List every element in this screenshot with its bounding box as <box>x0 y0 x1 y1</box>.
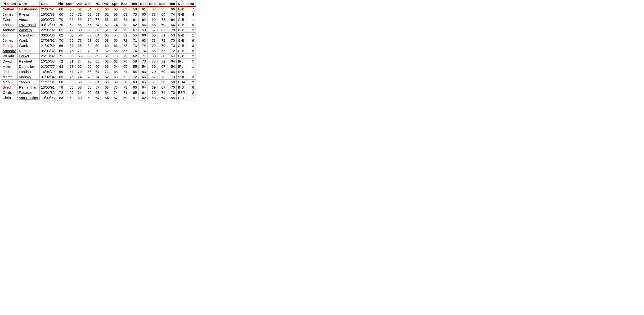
cell-prenom: Nathan <box>1 6 18 12</box>
cell-des: 61 <box>129 17 138 22</box>
cell-date: 22/01/92 <box>39 28 56 33</box>
cell-spr: 56 <box>110 48 119 54</box>
cell-pla: 59 <box>56 69 65 74</box>
col-val: Val <box>75 1 83 7</box>
cell-end: 66 <box>148 64 157 69</box>
cell-bar: 66 <box>138 74 148 80</box>
table-row: AntonhyRoberts05/03/87697571707062565774… <box>1 48 196 54</box>
cell-end: 63 <box>148 33 157 38</box>
cell-clm: 60 <box>83 54 93 59</box>
cell-acc: 65 <box>119 64 129 69</box>
cell-res: 74 <box>157 90 167 95</box>
cell-rec: 64 <box>167 54 177 59</box>
cell-date: 21/07/94 <box>39 6 56 12</box>
cell-acc: 73 <box>119 85 129 90</box>
cell-prenom: William <box>1 54 18 59</box>
cell-prl: 64 <box>93 95 101 100</box>
cell-bar: 74 <box>138 43 148 48</box>
table-row: JoelLandau16/04/795967706564716871545370… <box>1 69 196 74</box>
cell-pot: 7 <box>187 6 196 12</box>
cell-nom: Ramanthan <box>17 85 39 90</box>
cell-nat: G-B <box>176 6 187 12</box>
table-row: TylerVince09/09/767056597277536571616269… <box>1 17 196 22</box>
cell-nom: Donnolley <box>17 64 39 69</box>
cell-prl: 57 <box>93 85 101 90</box>
table-body: NathanEastbourne21/07/946863626460666869… <box>1 6 196 100</box>
col-des: Des <box>129 1 138 7</box>
cell-prl: 59 <box>93 12 101 17</box>
cell-clm: 68 <box>83 38 93 43</box>
cell-nat: G-B <box>176 22 187 28</box>
cell-clm: 73 <box>83 74 93 80</box>
cell-prl: 77 <box>93 17 101 22</box>
cell-val: 59 <box>75 17 83 22</box>
cell-pla: 78 <box>56 85 65 90</box>
cell-prl: 74 <box>93 22 101 28</box>
cell-mon: 65 <box>65 12 75 17</box>
cell-date: 20/01/82 <box>39 90 56 95</box>
col-pav: Pav <box>101 1 110 7</box>
cell-prenom: Joel <box>1 69 18 74</box>
cell-mon: 61 <box>65 59 75 64</box>
cell-res: 55 <box>157 6 167 12</box>
cell-spr: 74 <box>110 90 119 95</box>
cell-spr: 66 <box>110 43 119 48</box>
cell-des: 67 <box>129 28 138 33</box>
cell-end: 69 <box>148 85 157 90</box>
cell-end: 73 <box>148 12 157 17</box>
cell-pot: 5 <box>187 22 196 28</box>
cell-nat: G-B <box>176 54 187 59</box>
cell-bar: 63 <box>138 38 148 43</box>
cell-acc: 75 <box>119 28 129 33</box>
cell-clm: 65 <box>83 69 93 74</box>
cell-pla: 71 <box>56 54 65 59</box>
cell-pla: 72 <box>56 90 65 95</box>
cell-val: 65 <box>75 54 83 59</box>
cell-nat: ESP <box>176 90 187 95</box>
table-row: ThomasLavergood03/12/9070635565746274736… <box>1 22 196 28</box>
cell-nom: Van Gulkich <box>17 95 39 100</box>
cell-pla: 63 <box>56 95 65 100</box>
cell-prl: 74 <box>93 74 101 80</box>
cell-pla: 70 <box>56 22 65 28</box>
cell-prl: 60 <box>93 6 101 12</box>
cell-bar: 62 <box>138 17 148 22</box>
cell-pot: 1 <box>187 69 196 74</box>
cell-prl: 64 <box>93 33 101 38</box>
cell-prenom: Thomas <box>1 22 18 28</box>
table-row: TomGrandison30/05/8062505663646554625566… <box>1 33 196 38</box>
cell-clm: 59 <box>83 80 93 85</box>
cell-acc: 69 <box>119 6 129 12</box>
cell-nat: G-B <box>176 38 187 43</box>
cell-des: 51 <box>129 95 138 100</box>
cell-pav: 68 <box>101 38 110 43</box>
cell-pot: 1 <box>187 17 196 22</box>
cell-val: 71 <box>75 48 83 54</box>
cell-val: 60 <box>75 95 83 100</box>
col-nat: Nat <box>176 1 187 7</box>
table-row: WilliamParker25/10/827169656069617072627… <box>1 54 196 59</box>
col-rec: Rec <box>167 1 177 7</box>
cell-rec: 70 <box>167 90 177 95</box>
cell-rec: 53 <box>167 33 177 38</box>
cell-nom: Pacases <box>17 90 39 95</box>
cell-prl: 69 <box>93 54 101 59</box>
cell-rec: 72 <box>167 48 177 54</box>
cell-rec: 66 <box>167 22 177 28</box>
cell-res: 64 <box>157 12 167 17</box>
cell-res: 72 <box>157 59 167 64</box>
cell-rec: 73 <box>167 74 177 80</box>
cell-rec: 70 <box>167 85 177 90</box>
cell-des: 73 <box>129 12 138 17</box>
cell-prenom: David <box>1 59 18 64</box>
cell-acc: 73 <box>119 22 129 28</box>
col-spr: Spr <box>110 1 119 7</box>
cell-prl: 64 <box>93 69 101 74</box>
cell-date: 19/09/93 <box>39 95 56 100</box>
cell-rec: 70 <box>167 28 177 33</box>
table-row: JamesWank27/08/9170657368666856727163737… <box>1 38 196 43</box>
col-pla: Pla <box>56 1 65 7</box>
cell-pla: 65 <box>56 28 65 33</box>
cell-spr: 74 <box>110 22 119 28</box>
cell-des: 58 <box>129 59 138 64</box>
